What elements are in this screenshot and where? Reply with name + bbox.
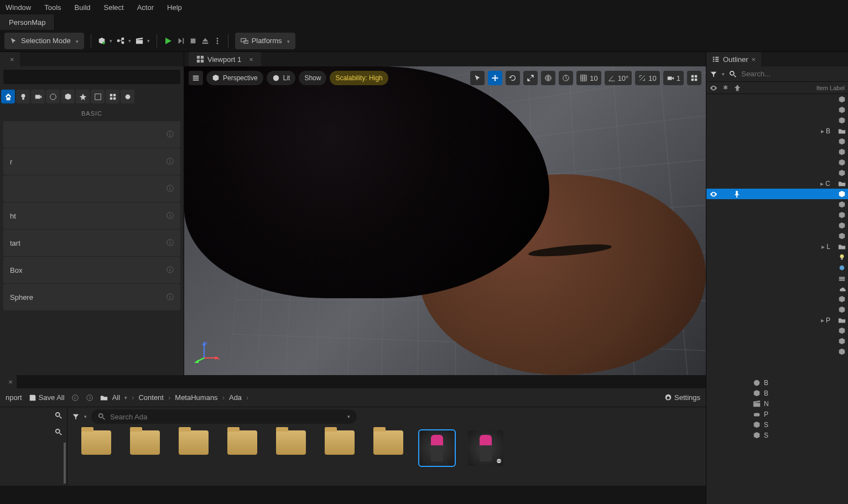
outliner-item[interactable] [706,168,848,178]
menu-build[interactable]: Build [75,3,91,12]
folder-asset[interactable] [322,430,357,455]
viewport[interactable]: Perspective Lit Show Scalability: High 1… [184,66,706,375]
place-item[interactable]: htⓘ [3,202,180,229]
surface-snap-toggle[interactable] [559,71,573,85]
viewport-layout-button[interactable] [687,71,701,85]
history-fwd-icon[interactable] [86,394,93,402]
add-content-button[interactable] [98,37,112,45]
scalability-indicator[interactable]: Scalability: High [330,71,388,85]
outliner-item[interactable] [706,283,848,294]
scale-snap-value[interactable]: 10 [635,71,659,85]
outliner-folder[interactable]: B [706,126,848,136]
outliner-item[interactable]: B [706,388,848,398]
place-item[interactable]: ⓘ [3,175,180,202]
play-options-button[interactable] [214,37,221,45]
viewport-tab[interactable]: Viewport 1 × [189,52,261,66]
outliner-item[interactable] [706,325,848,336]
selection-mode-dropdown[interactable]: Selection Mode [4,33,84,49]
outliner-item[interactable]: B [706,377,848,388]
outliner-item[interactable] [706,252,848,262]
outliner-item[interactable] [706,262,848,273]
outliner-item[interactable] [706,157,848,168]
place-actors-tab[interactable]: × [0,52,20,66]
outliner-item[interactable] [706,304,848,315]
lit-dropdown[interactable]: Lit [267,71,296,85]
platforms-dropdown[interactable]: Platforms [235,33,295,49]
category-fx-icon[interactable] [76,90,90,103]
folder-asset[interactable] [273,430,309,455]
outliner-item[interactable] [706,346,848,357]
outliner-tab[interactable]: Outliner × [706,52,761,66]
place-item[interactable]: Sphereⓘ [3,284,180,310]
outliner-folder[interactable]: C [706,178,848,189]
outliner-item[interactable] [706,231,848,241]
category-geometry-icon[interactable] [61,90,75,103]
angle-snap-value[interactable]: 10° [605,71,632,85]
save-all-button[interactable]: Save All [29,393,65,402]
select-tool[interactable] [470,71,485,85]
history-back-icon[interactable] [71,394,79,402]
cinematics-button[interactable] [136,37,150,45]
asset-search[interactable]: Search Ada ▾ [91,409,357,424]
outliner-item[interactable] [706,105,848,115]
help-icon[interactable]: ⓘ [167,292,174,302]
menu-window[interactable]: Window [6,3,31,12]
outliner-item[interactable]: P [706,409,848,419]
outliner-item[interactable] [706,336,848,346]
eye-icon[interactable] [710,190,717,198]
close-icon[interactable]: × [8,378,13,386]
outliner-item-selected[interactable] [706,189,848,199]
folder-asset[interactable] [127,430,163,455]
scale-tool[interactable] [523,71,538,85]
menu-tools[interactable]: Tools [44,3,61,12]
show-dropdown[interactable]: Show [299,71,326,85]
category-all-icon[interactable] [106,90,119,103]
close-icon[interactable]: × [10,55,14,64]
viewport-options-button[interactable] [189,71,203,85]
place-item[interactable]: ⓘ [3,121,180,148]
outliner-tree[interactable]: B C L P [706,94,848,375]
perspective-dropdown[interactable]: Perspective [206,71,263,85]
eye-icon[interactable] [710,84,717,92]
help-icon[interactable]: ⓘ [167,129,174,139]
category-visual-icon[interactable] [46,90,60,103]
place-item[interactable]: rⓘ [3,148,180,175]
outliner-item[interactable] [706,147,848,157]
outliner-item[interactable] [706,220,848,231]
category-cinematic-icon[interactable] [31,90,45,103]
place-search[interactable] [3,70,180,84]
filter-icon[interactable] [72,413,80,420]
outliner-item[interactable] [706,210,848,220]
import-button[interactable]: nport [6,393,22,402]
outliner-item[interactable]: S [706,430,848,440]
step-button[interactable] [177,37,185,45]
crumb-metahumans[interactable]: MetaHumans [175,393,217,402]
coord-space-toggle[interactable] [541,71,555,85]
menu-select[interactable]: Select [104,3,124,12]
folder-asset[interactable] [79,430,114,455]
pin-icon[interactable] [733,84,741,92]
rotate-tool[interactable] [506,71,520,85]
category-lights-icon[interactable] [16,90,30,103]
folder-asset[interactable] [371,430,406,455]
folder-asset[interactable] [225,430,260,455]
blueprint-asset[interactable] [468,430,503,466]
menu-actor[interactable]: Actor [137,3,154,12]
eject-button[interactable] [201,37,209,45]
help-icon[interactable]: ⓘ [167,238,174,248]
translate-tool[interactable] [488,71,502,85]
play-button[interactable] [164,37,173,45]
outliner-folder[interactable]: L [706,241,848,252]
folder-asset[interactable] [176,430,211,455]
place-item[interactable]: Boxⓘ [3,257,180,283]
outliner-item[interactable]: S [706,419,848,430]
blueprint-asset-selected[interactable] [419,430,455,466]
menu-help[interactable]: Help [167,3,182,12]
content-tab[interactable]: × [0,375,17,388]
outliner-item[interactable] [706,115,848,126]
outliner-item[interactable]: N [706,398,848,409]
outliner-search[interactable] [741,70,797,78]
crumb-ada[interactable]: Ada [229,393,242,402]
crumb-all[interactable]: All [112,393,120,402]
help-icon[interactable]: ⓘ [167,184,174,194]
